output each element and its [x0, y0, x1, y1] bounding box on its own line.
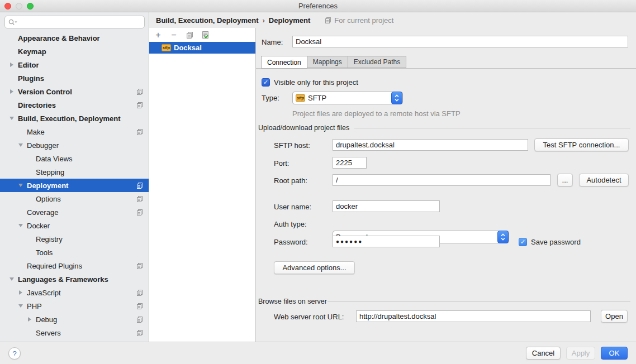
- chevron-down-icon[interactable]: [15, 304, 27, 308]
- server-item-docksal[interactable]: sftp Docksal: [149, 42, 255, 54]
- dialog-footer: ? Cancel Apply OK: [0, 342, 636, 364]
- sidebar-item-label: Servers: [36, 329, 61, 337]
- sidebar-item-languages-frameworks[interactable]: Languages & Frameworks: [0, 272, 149, 286]
- chevron-right-icon[interactable]: [15, 290, 27, 295]
- scope-label: For current project: [334, 16, 393, 25]
- sidebar-item-registry[interactable]: Registry: [0, 232, 149, 246]
- password-input[interactable]: [333, 236, 440, 247]
- type-select[interactable]: sftp SFTP: [292, 92, 403, 104]
- tab-excluded-paths[interactable]: Excluded Paths: [348, 56, 406, 68]
- chevron-right-icon[interactable]: [6, 63, 18, 67]
- chevron-down-icon[interactable]: [15, 224, 27, 227]
- chevron-down-icon[interactable]: [15, 184, 27, 187]
- sidebar-item-label: Required Plugins: [27, 262, 82, 270]
- advanced-options-button[interactable]: Advanced options...: [274, 261, 355, 274]
- chevron-right-icon[interactable]: [6, 89, 18, 94]
- sidebar-item-php[interactable]: PHP: [0, 299, 149, 313]
- select-stepper-icon: [497, 231, 509, 243]
- sidebar-item-docker[interactable]: Docker: [0, 219, 149, 232]
- sidebar-item-deployment[interactable]: Deployment: [0, 179, 149, 192]
- settings-sidebar: Appearance & BehaviorKeymapEditorPlugins…: [0, 12, 149, 342]
- sidebar-item-editor[interactable]: Editor: [0, 58, 149, 71]
- sidebar-item-label: JavaScript: [27, 289, 61, 297]
- sidebar-item-label: Directories: [18, 101, 56, 109]
- tab-bar: Connection Mappings Excluded Paths: [261, 56, 406, 69]
- preferences-window: Preferences Appearance & BehaviorKeymapE…: [0, 0, 636, 364]
- title-bar: Preferences: [0, 0, 636, 12]
- autodetect-button[interactable]: Autodetect: [579, 174, 629, 186]
- sidebar-item-directories[interactable]: Directories: [0, 98, 149, 112]
- name-label: Name:: [262, 36, 283, 48]
- test-sftp-connection-button[interactable]: Test SFTP connection...: [534, 138, 629, 151]
- tab-mappings[interactable]: Mappings: [307, 56, 348, 68]
- shared-settings-icon: [136, 289, 143, 296]
- remove-server-icon[interactable]: −: [169, 31, 178, 40]
- sidebar-item-label: Options: [36, 195, 61, 203]
- save-password-checkbox[interactable]: ✓: [519, 238, 527, 246]
- type-hint: Project files are deployed to a remote h…: [292, 109, 461, 118]
- sidebar-item-make[interactable]: Make: [0, 125, 149, 138]
- sidebar-item-javascript[interactable]: JavaScript: [0, 286, 149, 299]
- name-input[interactable]: [292, 36, 628, 47]
- cancel-button[interactable]: Cancel: [526, 347, 561, 360]
- breadcrumb-parent[interactable]: Build, Execution, Deployment: [156, 16, 258, 25]
- sidebar-item-label: Version Control: [18, 88, 72, 96]
- type-label: Type:: [262, 92, 279, 104]
- shared-settings-icon: [136, 195, 143, 203]
- breadcrumb: Build, Execution, Deployment › Deploymen…: [149, 12, 636, 28]
- sftp-file-icon: sftp: [162, 44, 171, 51]
- chevron-down-icon[interactable]: [6, 117, 18, 120]
- window-title: Preferences: [0, 2, 636, 10]
- shared-settings-icon: [136, 329, 143, 337]
- sidebar-item-appearance-behavior[interactable]: Appearance & Behavior: [0, 31, 149, 45]
- sidebar-item-build-execution-deployment[interactable]: Build, Execution, Deployment: [0, 112, 149, 125]
- copy-server-icon[interactable]: [185, 31, 194, 40]
- shared-settings-icon: [136, 209, 143, 216]
- sidebar-item-plugins[interactable]: Plugins: [0, 71, 149, 85]
- chevron-down-icon[interactable]: [15, 143, 27, 147]
- sidebar-item-label: Debug: [36, 315, 57, 324]
- sidebar-item-keymap[interactable]: Keymap: [0, 45, 149, 58]
- sidebar-item-label: Tools: [36, 248, 53, 257]
- sidebar-item-label: Appearance & Behavior: [18, 34, 100, 42]
- sidebar-item-label: Make: [27, 128, 45, 136]
- chevron-right-icon[interactable]: [23, 317, 36, 322]
- sidebar-item-label: Build, Execution, Deployment: [18, 114, 120, 123]
- web-root-input[interactable]: [356, 310, 591, 322]
- sidebar-item-version-control[interactable]: Version Control: [0, 85, 149, 98]
- settings-tree: Appearance & BehaviorKeymapEditorPlugins…: [0, 31, 149, 339]
- shared-settings-icon: [136, 316, 143, 323]
- sidebar-item-label: Editor: [18, 61, 39, 69]
- use-as-default-icon[interactable]: [201, 31, 210, 40]
- visible-only-checkbox[interactable]: ✓: [262, 78, 270, 87]
- port-input[interactable]: [333, 157, 367, 169]
- sidebar-item-options[interactable]: Options: [0, 192, 149, 205]
- sidebar-item-label: Registry: [36, 235, 63, 243]
- server-list-toolbar: + −: [149, 28, 255, 42]
- sidebar-item-debugger[interactable]: Debugger: [0, 138, 149, 152]
- sidebar-item-required-plugins[interactable]: Required Plugins: [0, 259, 149, 272]
- tab-connection[interactable]: Connection: [261, 56, 307, 69]
- sidebar-item-debug[interactable]: Debug: [0, 313, 149, 326]
- sidebar-item-label: Docker: [27, 222, 50, 230]
- browse-root-path-button[interactable]: ...: [557, 174, 573, 186]
- sftp-host-label: SFTP host:: [274, 140, 310, 151]
- search-input[interactable]: [20, 18, 141, 26]
- shared-settings-icon: [136, 303, 143, 310]
- chevron-down-icon[interactable]: [6, 277, 18, 281]
- sidebar-item-servers[interactable]: Servers: [0, 326, 149, 339]
- sidebar-item-tools[interactable]: Tools: [0, 246, 149, 259]
- ok-button[interactable]: OK: [601, 347, 628, 360]
- sidebar-item-data-views[interactable]: Data Views: [0, 152, 149, 165]
- add-server-icon[interactable]: +: [154, 31, 163, 40]
- user-name-input[interactable]: [333, 200, 440, 212]
- root-path-input[interactable]: [333, 174, 550, 186]
- help-button[interactable]: ?: [8, 347, 21, 360]
- apply-button[interactable]: Apply: [566, 347, 595, 360]
- sftp-host-input[interactable]: [333, 139, 528, 151]
- open-button[interactable]: Open: [601, 310, 628, 323]
- search-box[interactable]: [4, 16, 145, 28]
- password-label: Password:: [274, 236, 308, 248]
- sidebar-item-stepping[interactable]: Stepping: [0, 165, 149, 179]
- sidebar-item-coverage[interactable]: Coverage: [0, 205, 149, 219]
